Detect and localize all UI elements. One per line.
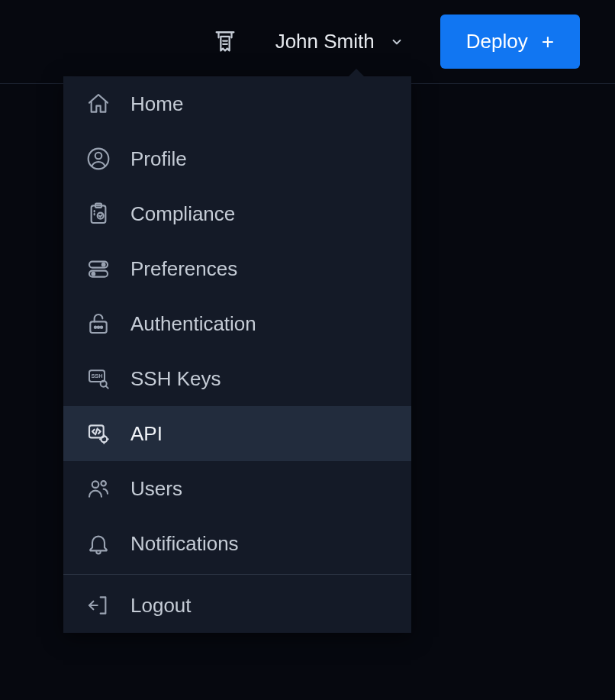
menu-item-label: Profile (130, 147, 187, 171)
topbar: John Smith Deploy + (0, 0, 615, 84)
users-icon (85, 475, 112, 502)
notifications-icon (85, 530, 112, 557)
menu-item-profile[interactable]: Profile (63, 131, 411, 186)
svg-point-1 (95, 153, 102, 160)
profile-icon (85, 145, 112, 173)
logout-icon (85, 592, 112, 619)
deploy-button-label: Deploy (466, 30, 528, 53)
svg-point-8 (92, 273, 95, 276)
svg-point-10 (95, 326, 96, 327)
menu-item-ssh-keys[interactable]: SSH SSH Keys (63, 351, 411, 406)
menu-item-label: Compliance (130, 202, 235, 226)
ssh-keys-icon: SSH (85, 365, 112, 392)
menu-item-users[interactable]: Users (63, 461, 411, 516)
plus-icon: + (542, 31, 554, 53)
menu-item-compliance[interactable]: Compliance (63, 186, 411, 241)
authentication-icon (85, 310, 112, 337)
menu-item-api[interactable]: API (63, 406, 411, 461)
svg-point-11 (98, 326, 99, 327)
user-menu-trigger[interactable]: John Smith (275, 30, 404, 53)
receipt-icon[interactable] (211, 28, 239, 56)
menu-item-label: Home (130, 92, 183, 116)
deploy-button[interactable]: Deploy + (440, 15, 580, 69)
user-dropdown: Home Profile Compliance Preferences (63, 76, 411, 633)
menu-item-home[interactable]: Home (63, 76, 411, 131)
user-name-label: John Smith (275, 30, 375, 53)
menu-item-label: Authentication (130, 312, 256, 336)
preferences-icon (85, 255, 112, 282)
menu-item-authentication[interactable]: Authentication (63, 296, 411, 351)
menu-item-label: Logout (130, 594, 192, 618)
svg-point-19 (101, 481, 105, 485)
home-icon (85, 90, 112, 118)
chevron-down-icon (390, 35, 404, 49)
menu-item-preferences[interactable]: Preferences (63, 241, 411, 296)
menu-item-label: SSH Keys (130, 367, 221, 391)
compliance-icon (85, 200, 112, 227)
menu-item-label: API (130, 422, 163, 446)
svg-text:SSH: SSH (91, 373, 102, 379)
svg-point-12 (101, 326, 102, 327)
api-icon (85, 420, 112, 447)
menu-item-label: Preferences (130, 257, 237, 281)
menu-item-logout[interactable]: Logout (63, 578, 411, 633)
svg-point-6 (102, 263, 105, 266)
menu-divider (63, 574, 411, 575)
menu-item-label: Notifications (130, 532, 239, 556)
svg-point-18 (92, 481, 99, 488)
menu-item-label: Users (130, 477, 182, 501)
menu-item-notifications[interactable]: Notifications (63, 516, 411, 571)
